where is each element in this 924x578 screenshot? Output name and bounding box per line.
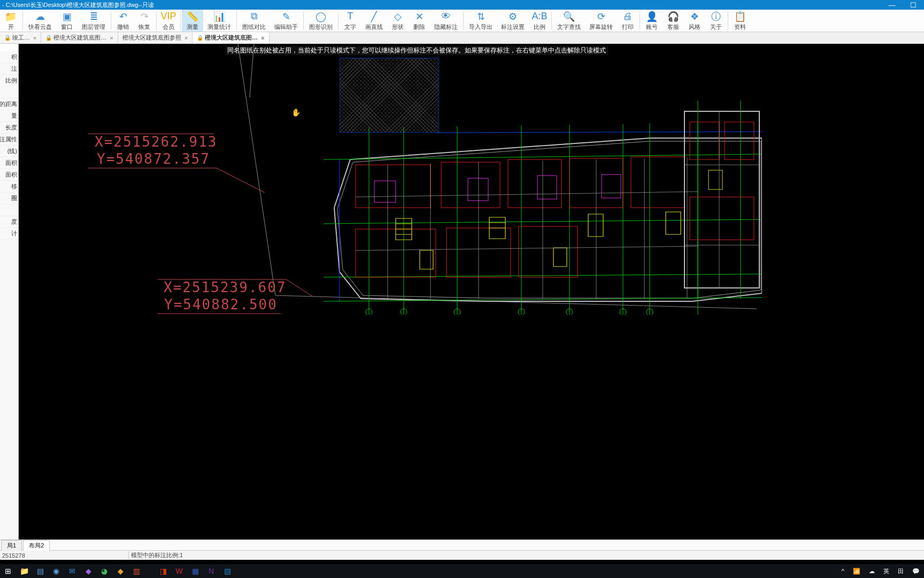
doc-tab-1[interactable]: 🔒橙境大区建筑底图…× [41, 32, 118, 43]
tool-delete[interactable]: ✕删除 [409, 10, 430, 32]
tool-scale[interactable]: A:B比例 [529, 10, 550, 32]
tool-label: 编辑助手 [274, 23, 298, 31]
tb-app5-icon[interactable]: N [203, 564, 219, 578]
line-icon: ╱ [368, 11, 380, 22]
side-tool-11[interactable]: 移 [0, 181, 18, 193]
tool-text[interactable]: T文字 [340, 10, 361, 32]
side-tool-7[interactable]: 注属性 [0, 134, 18, 146]
tool-window[interactable]: ▣窗口 [56, 10, 78, 32]
close-icon[interactable]: × [33, 35, 36, 41]
tb-app6-icon[interactable]: ▧ [219, 564, 235, 578]
tb-wechat-icon[interactable]: ◕ [96, 564, 112, 578]
tool-label: 文字 [344, 23, 356, 31]
tool-text-search[interactable]: 🔍文字查找 [553, 10, 585, 32]
side-tool-4[interactable]: 的距离 [0, 98, 18, 110]
tool-shape[interactable]: ◇形状 [387, 10, 409, 32]
compare-icon: ⧉ [248, 11, 260, 22]
material-icon: 📋 [734, 11, 746, 22]
minimize-button[interactable]: — [881, 1, 903, 9]
doc-tab-0[interactable]: 🔒竣工…× [0, 32, 41, 43]
window-icon: ▣ [61, 11, 73, 22]
doc-tab-3[interactable]: 🔒橙境大区建筑底图…× [192, 32, 269, 43]
tb-onenote-icon[interactable]: ◆ [80, 564, 96, 578]
tb-wps-icon[interactable]: W [171, 564, 187, 578]
undo-icon: ↶ [117, 11, 129, 22]
tb-mail-icon[interactable]: ✉ [64, 564, 80, 578]
tray-notification-icon[interactable]: 💬 [908, 568, 924, 575]
side-tool-9[interactable]: 面积 [0, 157, 18, 169]
tb-app1-icon[interactable]: ▤ [32, 564, 48, 578]
tool-screen-rotate[interactable]: ⟳屏幕旋转 [585, 10, 617, 32]
close-icon[interactable]: × [110, 35, 113, 41]
side-tool-5[interactable]: 量 [0, 110, 18, 122]
side-tool-6[interactable]: 长度 [0, 122, 18, 134]
tb-app3-icon[interactable]: ▥ [128, 564, 144, 578]
tool-undo[interactable]: ↶撤销 [112, 10, 134, 32]
tray-ime[interactable]: 英 [879, 567, 894, 575]
tool-measure[interactable]: 📏测量 [182, 10, 203, 32]
svg-line-39 [356, 192, 698, 197]
side-tool-10[interactable]: 面积 [0, 169, 18, 181]
side-tool-15[interactable]: 计 [0, 228, 18, 240]
tray-up-icon[interactable]: ^ [837, 568, 849, 574]
tb-app4-icon[interactable]: ▦ [187, 564, 203, 578]
tb-edge-icon[interactable]: ◉ [48, 564, 64, 578]
tb-folder-icon[interactable]: 📁 [16, 564, 32, 578]
tool-shape-detect[interactable]: ◯图形识别 [305, 10, 337, 32]
tool-line[interactable]: ╱画直线 [361, 10, 387, 32]
tray-wifi-icon[interactable]: 📶 [849, 568, 865, 575]
tool-label: 关于 [710, 23, 722, 31]
tray-grid[interactable]: 田 [894, 567, 908, 575]
tool-label: 删除 [413, 23, 425, 31]
layout-tab-1[interactable]: 局1 [1, 540, 22, 551]
side-tool-2[interactable]: 比例 [0, 75, 18, 87]
tool-about[interactable]: ⓘ关于 [705, 10, 727, 32]
import-export-icon: ⇅ [475, 11, 487, 22]
side-tool-8[interactable]: (线) [0, 146, 18, 157]
tool-compare[interactable]: ⧉图纸对比 [238, 10, 270, 32]
side-tool-1[interactable]: 注 [0, 63, 18, 75]
side-tool-13[interactable] [0, 204, 18, 216]
side-tool-3[interactable] [0, 87, 18, 98]
tool-measure-stat[interactable]: 📊测量统计 [203, 10, 235, 32]
tool-hide-annot[interactable]: 👁隐藏标注 [430, 10, 462, 32]
tool-label: 打印 [622, 23, 634, 31]
svg-rect-48 [684, 111, 759, 288]
close-icon[interactable]: × [184, 35, 188, 41]
layout-tab-2[interactable]: 布局2 [23, 540, 50, 551]
side-tool-12[interactable]: 圈 [0, 193, 18, 204]
tb-office-icon[interactable]: ◨ [155, 564, 171, 578]
tool-vip[interactable]: VIP会员 [158, 10, 179, 32]
tool-material[interactable]: 📋资料 [729, 10, 751, 32]
tool-support[interactable]: 🎧客服 [663, 10, 684, 32]
doc-tab-2[interactable]: 橙境大区建筑底图参照× [118, 32, 192, 43]
tool-edit-helper[interactable]: ✎编辑助手 [270, 10, 302, 32]
tool-account[interactable]: 👤账号 [641, 10, 663, 32]
start-button[interactable]: ⊞ [0, 564, 16, 578]
open-icon: 📁 [5, 11, 17, 22]
tool-open[interactable]: 📁开 [0, 10, 21, 32]
svg-rect-57 [709, 170, 722, 189]
close-icon[interactable]: × [261, 35, 264, 41]
tb-app2-icon[interactable]: ◆ [112, 564, 128, 578]
tool-label: 图层管理 [82, 23, 105, 31]
taskbar[interactable]: ⊞ 📁 ▤ ◉ ✉ ◆ ◕ ◆ ▥ ◨ W ▦ N ▧ ^ 📶 ☁ 英 田 💬 [0, 564, 924, 578]
tool-label: 导入导出 [469, 23, 492, 31]
tool-print[interactable]: 🖨打印 [617, 10, 638, 32]
account-icon: 👤 [646, 11, 658, 22]
hide-annot-icon: 👁 [440, 11, 452, 22]
support-icon: 🎧 [667, 11, 679, 22]
tool-annot-settings[interactable]: ⚙标注设置 [497, 10, 529, 32]
side-tool-0[interactable]: 积 [0, 51, 18, 63]
side-tool-14[interactable]: 度 [0, 216, 18, 228]
maximize-button[interactable]: ☐ [903, 1, 924, 9]
tool-label: 开 [8, 23, 14, 31]
tool-import-export[interactable]: ⇅导入导出 [465, 10, 497, 32]
tool-cloud[interactable]: ☁快看云盘 [24, 10, 56, 32]
tray-cloud-icon[interactable]: ☁ [865, 568, 879, 575]
tool-redo[interactable]: ↷恢复 [134, 10, 155, 32]
tool-style[interactable]: ❖风格 [684, 10, 705, 32]
svg-rect-29 [508, 159, 561, 208]
tool-layer[interactable]: ≣图层管理 [78, 10, 110, 32]
drawing-canvas[interactable]: 同名图纸在别处被占用，当前处于只读模式下，您可以继续操作但标注不会被保存。如果要… [19, 44, 924, 539]
